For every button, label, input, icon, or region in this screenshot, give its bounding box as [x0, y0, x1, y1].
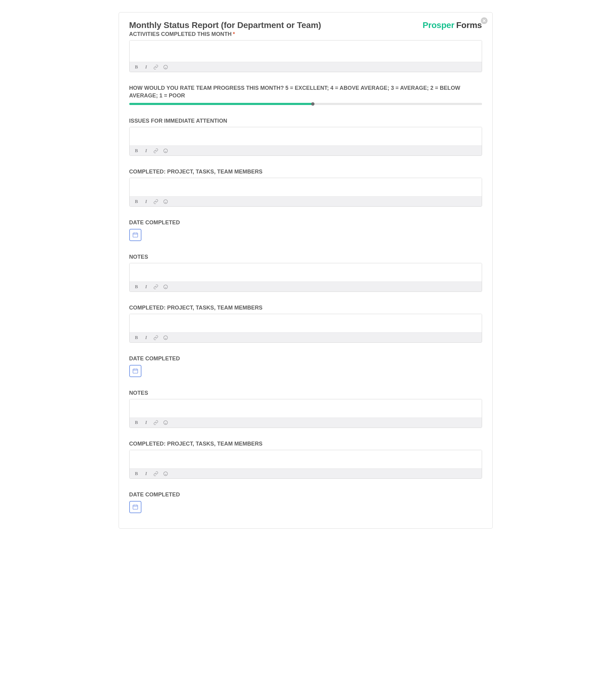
form-field: DATE COMPLETED [129, 355, 482, 377]
emoji-button[interactable] [163, 284, 168, 290]
italic-button[interactable]: I [144, 334, 149, 340]
svg-point-13 [164, 336, 167, 340]
link-icon [153, 284, 159, 289]
svg-point-5 [166, 150, 166, 150]
text-input[interactable] [130, 314, 482, 332]
field-label: COMPLETED: PROJECT, TASKS, TEAM MEMBERS [129, 440, 482, 447]
bold-button[interactable]: B [134, 334, 139, 340]
emoji-button[interactable] [163, 199, 168, 205]
field-label: NOTES [129, 253, 482, 261]
field-label: DATE COMPLETED [129, 219, 482, 226]
italic-button[interactable]: I [144, 470, 149, 477]
link-button[interactable] [153, 64, 159, 70]
svg-point-8 [166, 201, 166, 202]
link-icon [153, 64, 159, 70]
italic-button[interactable]: I [144, 284, 149, 290]
svg-point-6 [164, 200, 167, 204]
bold-button[interactable]: B [134, 420, 139, 426]
link-icon [153, 335, 159, 340]
svg-point-2 [166, 66, 166, 67]
form-inner: Monthly Status Report (for Department or… [119, 13, 492, 528]
svg-point-22 [166, 473, 166, 473]
editor-toolbar: BI [130, 196, 482, 206]
svg-point-3 [164, 149, 167, 153]
svg-point-1 [165, 66, 165, 67]
rating-slider[interactable] [129, 103, 482, 105]
svg-point-18 [165, 422, 165, 422]
rich-text-editor: BI [129, 178, 482, 207]
text-input[interactable] [130, 178, 482, 196]
svg-point-11 [165, 286, 165, 287]
svg-point-21 [165, 473, 165, 473]
rich-text-editor: BI [129, 399, 482, 428]
field-label: DATE COMPLETED [129, 491, 482, 498]
emoji-button[interactable] [163, 148, 168, 154]
emoji-icon [163, 64, 168, 70]
rich-text-editor: BI [129, 127, 482, 156]
svg-rect-16 [133, 369, 138, 373]
slider-fill [129, 103, 313, 105]
header-row: Monthly Status Report (for Department or… [129, 20, 482, 30]
emoji-icon [163, 148, 168, 154]
field-label: ISSUES FOR IMMEDIATE ATTENTION [129, 117, 482, 125]
date-picker-button[interactable] [129, 229, 141, 241]
link-button[interactable] [153, 199, 159, 205]
text-input[interactable] [130, 263, 482, 281]
rich-text-editor: BI [129, 450, 482, 479]
editor-toolbar: BI [130, 418, 482, 428]
svg-rect-9 [133, 233, 138, 237]
link-button[interactable] [153, 284, 159, 290]
rich-text-editor: BI [129, 314, 482, 343]
text-input[interactable] [130, 399, 482, 418]
bold-button[interactable]: B [134, 199, 139, 205]
calendar-icon [132, 504, 139, 510]
bold-button[interactable]: B [134, 284, 139, 290]
text-input[interactable] [130, 450, 482, 468]
link-icon [153, 148, 159, 154]
form-field: HOW WOULD YOU RATE TEAM PROGRESS THIS MO… [129, 84, 482, 105]
link-icon [153, 471, 159, 476]
calendar-icon [132, 232, 139, 238]
link-icon [153, 199, 159, 204]
link-button[interactable] [153, 420, 159, 426]
form-field: COMPLETED: PROJECT, TASKS, TEAM MEMBERSB… [129, 168, 482, 207]
text-input[interactable] [130, 127, 482, 145]
editor-toolbar: BI [130, 145, 482, 156]
link-button[interactable] [153, 470, 159, 477]
emoji-button[interactable] [163, 470, 168, 477]
italic-button[interactable]: I [144, 199, 149, 205]
bold-button[interactable]: B [134, 64, 139, 70]
bold-button[interactable]: B [134, 148, 139, 154]
emoji-icon [163, 199, 168, 204]
field-label: ACTIVITIES COMPLETED THIS MONTH* [129, 30, 482, 38]
close-icon [483, 19, 486, 22]
link-button[interactable] [153, 334, 159, 340]
bold-button[interactable]: B [134, 470, 139, 477]
italic-button[interactable]: I [144, 64, 149, 70]
text-input[interactable] [130, 41, 482, 62]
form-container: Monthly Status Report (for Department or… [119, 12, 493, 529]
close-button[interactable] [481, 17, 488, 24]
date-picker-button[interactable] [129, 365, 141, 377]
date-picker-button[interactable] [129, 501, 141, 513]
page-title: Monthly Status Report (for Department or… [129, 20, 321, 30]
svg-point-20 [164, 472, 167, 476]
italic-button[interactable]: I [144, 148, 149, 154]
slider-thumb[interactable] [311, 102, 314, 106]
emoji-button[interactable] [163, 420, 168, 426]
emoji-icon [163, 420, 168, 425]
editor-toolbar: BI [130, 468, 482, 478]
form-field: NOTESBI [129, 253, 482, 292]
svg-point-12 [166, 286, 166, 287]
emoji-button[interactable] [163, 334, 168, 340]
field-label: DATE COMPLETED [129, 355, 482, 362]
emoji-button[interactable] [163, 64, 168, 70]
svg-rect-23 [133, 505, 138, 509]
italic-button[interactable]: I [144, 420, 149, 426]
link-icon [153, 420, 159, 425]
svg-point-17 [164, 421, 167, 425]
brand-logo: ProsperForms [423, 20, 482, 30]
required-indicator: * [233, 31, 235, 37]
form-field: ACTIVITIES COMPLETED THIS MONTH*BI [129, 30, 482, 72]
link-button[interactable] [153, 148, 159, 154]
